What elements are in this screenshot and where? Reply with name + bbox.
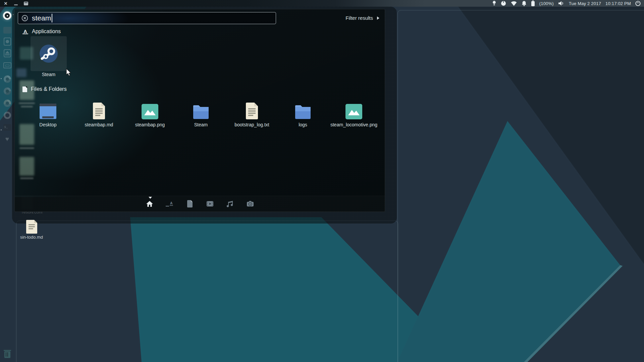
category-music-icon[interactable] xyxy=(226,200,234,208)
background-window-right[interactable] xyxy=(397,10,644,362)
dock-trash-icon[interactable] xyxy=(3,350,12,359)
dock-opera-icon[interactable] xyxy=(3,111,12,120)
search-query-text: steam xyxy=(32,14,51,22)
mouse-cursor xyxy=(66,68,72,77)
volume-icon[interactable] xyxy=(558,0,565,6)
window-controls: ✕ xyxy=(0,1,29,6)
category-documents-icon[interactable] xyxy=(186,200,194,208)
launcher-panel: steam Filter results A Applications Stea… xyxy=(14,9,385,212)
notifications-bell-icon[interactable] xyxy=(522,0,527,6)
dock-terminal-icon[interactable]: $_ xyxy=(3,123,12,132)
background-window-bottom[interactable] xyxy=(16,221,398,362)
file-result-desktop[interactable]: Desktop xyxy=(24,102,71,127)
dock-firefox-icon[interactable] xyxy=(3,99,12,108)
system-tray: (100%) Tue May 2 2017 10:17:02 PM xyxy=(492,0,644,6)
filter-results-button[interactable]: Filter results xyxy=(345,15,379,21)
running-indicator-dot xyxy=(1,78,2,79)
power-icon[interactable] xyxy=(635,0,641,6)
clear-search-icon[interactable] xyxy=(21,15,28,21)
applications-section-header: A Applications xyxy=(22,28,61,35)
image-icon xyxy=(141,102,159,120)
category-home-icon[interactable] xyxy=(146,200,154,208)
desktop-folder-icon xyxy=(39,102,57,120)
files-section-icon xyxy=(22,86,27,92)
file-result-label: steam_locomotive.png xyxy=(330,122,377,127)
running-indicator-dot xyxy=(1,129,2,130)
sin-todo-icon[interactable] xyxy=(26,220,37,234)
files-section-title: Files & Folders xyxy=(31,86,67,92)
clock-date[interactable]: Tue May 2 2017 xyxy=(569,1,601,6)
close-button[interactable]: ✕ xyxy=(3,1,8,6)
category-photos-icon[interactable] xyxy=(246,200,254,208)
search-input[interactable]: steam xyxy=(18,12,276,24)
file-result-steam-folder[interactable]: Steam xyxy=(177,102,224,127)
app-result-steam[interactable] xyxy=(31,36,67,71)
dock-package-icon[interactable] xyxy=(3,49,12,58)
file-result-steambap-md[interactable]: steambap.md xyxy=(75,102,122,127)
launcher-orb-icon xyxy=(3,11,11,20)
dock-app-launcher-icon[interactable] xyxy=(3,11,12,20)
desktop-screen: resolv.conf sin-todo.md ✕ xyxy=(0,0,644,362)
file-result-steam-locomotive[interactable]: steam_locomotive.png xyxy=(330,102,377,127)
file-result-label: logs xyxy=(299,122,307,127)
dock-browser-icon[interactable] xyxy=(3,86,12,96)
text-caret xyxy=(52,14,52,22)
dock-favorites-icon[interactable]: ♥ xyxy=(3,134,12,143)
folder-icon xyxy=(294,102,312,120)
file-result-label: steambap.png xyxy=(135,122,165,127)
maximize-button[interactable] xyxy=(23,1,29,6)
chevron-right-icon xyxy=(377,16,379,20)
dock-files-icon[interactable] xyxy=(3,25,12,35)
files-section-header: Files & Folders xyxy=(22,86,67,92)
status-orb-icon[interactable] xyxy=(501,0,506,6)
file-result-steambap-png[interactable]: steambap.png xyxy=(126,102,173,127)
document-icon xyxy=(90,102,108,120)
blurred-background-label xyxy=(20,178,34,179)
clock-time[interactable]: 10:17:02 PM xyxy=(605,1,631,6)
redshift-lightbulb-icon[interactable] xyxy=(492,0,496,6)
folder-icon xyxy=(192,102,210,120)
blurred-background-icon xyxy=(19,157,34,176)
file-result-label: Steam xyxy=(194,122,208,127)
steam-logo-icon xyxy=(39,44,58,63)
filter-results-label: Filter results xyxy=(345,15,373,21)
dock-chromium-icon[interactable] xyxy=(3,74,12,83)
applications-section-title: Applications xyxy=(32,28,61,35)
category-bar: A xyxy=(15,196,385,212)
image-icon xyxy=(345,102,363,120)
dock-mail-tray-icon[interactable] xyxy=(3,61,12,70)
category-videos-icon[interactable] xyxy=(206,200,214,208)
battery-percent-label: (100%) xyxy=(539,1,554,6)
file-result-bootstrap-log[interactable]: bootstrap_log.txt xyxy=(228,102,275,127)
desktop-icon-label[interactable]: sin-todo.md xyxy=(11,235,52,240)
svg-text:A: A xyxy=(170,201,173,205)
file-result-label: bootstrap_log.txt xyxy=(234,122,269,127)
file-result-label: steambap.md xyxy=(85,122,113,127)
battery-icon[interactable] xyxy=(531,0,535,6)
maximize-icon xyxy=(24,2,28,5)
wifi-icon[interactable] xyxy=(511,0,517,6)
applications-icon: A xyxy=(22,29,28,34)
minimize-icon xyxy=(14,4,18,5)
file-result-logs-folder[interactable]: logs xyxy=(279,102,326,127)
minimize-button[interactable] xyxy=(13,1,18,6)
blurred-background-label xyxy=(19,147,34,149)
category-applications-icon[interactable]: A xyxy=(166,200,174,208)
top-panel: ✕ (100%) Tue May 2 2017 xyxy=(0,0,644,7)
file-result-label: Desktop xyxy=(39,122,56,127)
document-icon xyxy=(243,102,261,120)
dock-disk-icon[interactable] xyxy=(3,37,12,46)
